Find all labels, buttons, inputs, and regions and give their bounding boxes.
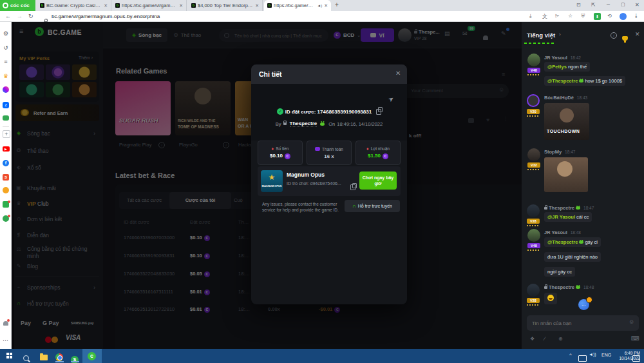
vip-stars xyxy=(527,115,540,117)
tab-close-icon[interactable]: ✕ xyxy=(255,3,259,8)
crown-icon[interactable]: ♛ xyxy=(2,72,10,80)
shopee-icon[interactable]: S xyxy=(2,173,10,181)
avatar[interactable] xyxy=(527,204,540,217)
games-icon[interactable] xyxy=(2,115,10,123)
minimize-button[interactable]: – xyxy=(607,1,610,7)
chat-command-icon[interactable]: ∕ xyxy=(544,336,545,342)
chat-language-tab[interactable]: Tiếng việt xyxy=(527,32,555,39)
chat-image-meme[interactable]: TOUCHDOWN xyxy=(544,103,589,140)
capture-icon[interactable]: ⊡ xyxy=(576,2,581,8)
browser-tab-active[interactable]: b https://bc.game/vi/game ◄) ✕ xyxy=(264,0,331,11)
info-icon[interactable]: i xyxy=(611,32,617,39)
figure xyxy=(557,161,573,177)
browser-tab-1[interactable]: b BC.Game: Crypto Casino Gam ✕ xyxy=(37,0,111,11)
bet-author[interactable]: Thespectre xyxy=(290,121,317,127)
volume-icon[interactable]: ◄)) xyxy=(589,352,596,357)
chat-username[interactable]: BócBátHọDê18:43 xyxy=(544,95,587,101)
taskbar-search-icon[interactable] xyxy=(23,352,29,363)
game-info-card: ★ MAGNUM OPUS Magnum Opus ID trò chơi: d… xyxy=(258,166,401,196)
game-thumbnail[interactable]: ★ MAGNUM OPUS xyxy=(261,170,283,192)
chat-username[interactable]: JR Yasoul18:48 xyxy=(544,230,581,235)
avatar[interactable] xyxy=(527,94,540,107)
trophy-icon[interactable] xyxy=(622,36,628,41)
chips-icon: ♦ xyxy=(272,146,274,151)
start-button[interactable] xyxy=(6,353,12,358)
language-indicator[interactable]: ENG xyxy=(601,353,611,357)
chat-username[interactable]: Thespectre18:48 xyxy=(544,284,594,290)
notification-bell-icon[interactable] xyxy=(2,320,10,328)
live-support-button[interactable]: ∩ Hỗ trợ trực tuyến xyxy=(345,200,400,212)
forward-button[interactable]: → xyxy=(17,13,23,19)
keyboard-icon[interactable]: ⌨ xyxy=(631,335,639,342)
tray-expand-icon[interactable]: ^ xyxy=(569,352,572,358)
network-icon[interactable] xyxy=(578,353,587,363)
new-tab-button[interactable]: + xyxy=(335,1,339,8)
tab-close-icon[interactable]: ✕ xyxy=(179,3,183,8)
close-window-button[interactable]: ✕ xyxy=(635,2,639,8)
restore-session-icon[interactable]: ⇱ xyxy=(591,2,596,8)
browser-logo[interactable]: cốc cốc xyxy=(0,0,35,11)
mention[interactable]: @Thespectre xyxy=(547,239,578,245)
action-center-icon[interactable] xyxy=(632,353,640,363)
reload-button[interactable]: ↻ xyxy=(28,13,33,19)
profile-avatar-icon[interactable] xyxy=(620,13,627,20)
plant-icon[interactable] xyxy=(2,215,10,223)
history-icon[interactable]: ↺ xyxy=(2,44,10,52)
wallet-icon xyxy=(315,147,320,151)
attach-icon[interactable]: ⊕ xyxy=(558,336,563,342)
coin-rain-icon[interactable]: ❖ xyxy=(530,336,535,342)
browser-tab-3[interactable]: b $4,000 Top Tier Endorphina ✕ xyxy=(188,0,263,11)
coccoc-taskbar-active[interactable]: c xyxy=(82,349,102,363)
mention[interactable]: @Thespectre xyxy=(547,78,578,84)
youtube-icon[interactable]: ▶ xyxy=(2,144,10,152)
mention[interactable]: @JR Yasoul xyxy=(547,214,575,220)
file-explorer-icon[interactable] xyxy=(40,351,48,363)
save-page-icon[interactable]: ⤓ xyxy=(529,13,532,19)
frog-icon xyxy=(576,206,580,210)
back-button[interactable]: ← xyxy=(5,13,11,19)
update-icon[interactable]: ⟲ xyxy=(607,13,612,19)
avatar[interactable] xyxy=(527,229,540,242)
add-shortcut-icon[interactable]: + xyxy=(3,130,10,138)
address-bar: ← → ↻ bc.game/vi/game/magnum-opus-by-end… xyxy=(0,11,644,22)
browser-tab-2[interactable]: b https://bc.game/vi/game/the ✕ xyxy=(112,0,187,11)
url-text[interactable]: bc.game/vi/game/magnum-opus-by-endorphin… xyxy=(52,14,296,19)
avatar[interactable] xyxy=(527,148,540,161)
settings-gear-icon[interactable]: ⚙ xyxy=(2,30,10,37)
coccoc-icon: c xyxy=(88,352,96,360)
share-icon[interactable]: ⌲ xyxy=(555,13,559,19)
maximize-button[interactable]: ▢ xyxy=(621,2,625,7)
zalo-icon[interactable]: Z xyxy=(2,101,10,108)
messenger-icon[interactable] xyxy=(2,86,10,94)
close-icon[interactable]: ✕ xyxy=(395,70,401,77)
play-now-button[interactable]: Chơi ngay bây giờ xyxy=(359,172,397,190)
more-icon[interactable]: ⋯ xyxy=(2,337,10,344)
copy-icon[interactable] xyxy=(350,184,355,190)
download-extension-icon[interactable]: ⬇ xyxy=(594,13,601,20)
reading-list-icon[interactable]: ≡ xyxy=(2,58,10,66)
chat-message-input[interactable] xyxy=(531,318,623,328)
chat-image-meme[interactable] xyxy=(544,157,588,192)
copy-icon[interactable] xyxy=(376,109,381,115)
timer-icon[interactable] xyxy=(2,187,10,195)
mention[interactable]: @Pettys xyxy=(547,64,567,70)
screen: cốc cốc b BC.Game: Crypto Casino Gam ✕ b… xyxy=(0,0,644,363)
store-icon[interactable] xyxy=(2,201,10,209)
tab-close-icon[interactable]: ✕ xyxy=(324,3,328,8)
emoji-icon[interactable]: ☺ xyxy=(629,319,634,325)
facebook-icon[interactable]: f xyxy=(2,159,10,166)
downloads-icon[interactable]: ⭳ xyxy=(634,13,639,19)
chat-username[interactable]: JR Yasoul18:42 xyxy=(544,55,581,61)
tab-audio-icon[interactable]: ◄) xyxy=(317,4,322,8)
headset-icon: ∩ xyxy=(352,203,356,209)
chevron-right-icon[interactable]: › xyxy=(559,32,561,37)
avatar[interactable] xyxy=(527,284,540,297)
close-chat-icon[interactable]: ✕ xyxy=(635,31,640,37)
adblock-shield-icon[interactable]: ⛨ xyxy=(581,13,585,19)
bookmark-star-icon[interactable]: ☆ xyxy=(568,13,573,19)
chat-username[interactable]: StopMy18:47 xyxy=(544,149,575,155)
avatar[interactable] xyxy=(527,54,540,66)
tab-close-icon[interactable]: ✕ xyxy=(104,3,108,8)
chat-username[interactable]: Thespectre18:47 xyxy=(544,205,594,211)
translate-icon[interactable]: 文 xyxy=(542,13,547,20)
